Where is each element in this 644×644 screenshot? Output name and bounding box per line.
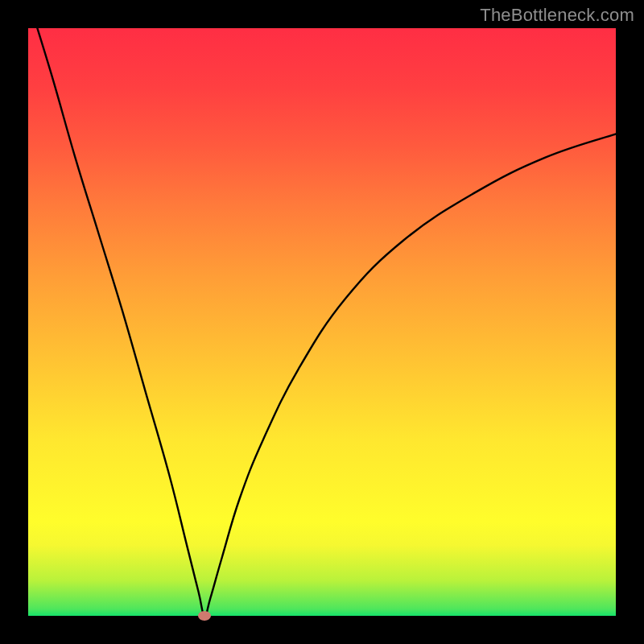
plot-area xyxy=(28,28,616,616)
bottleneck-curve xyxy=(28,28,616,616)
optimal-point-marker xyxy=(198,611,211,621)
chart-frame: TheBottleneck.com xyxy=(0,0,644,644)
watermark-text: TheBottleneck.com xyxy=(480,5,634,26)
